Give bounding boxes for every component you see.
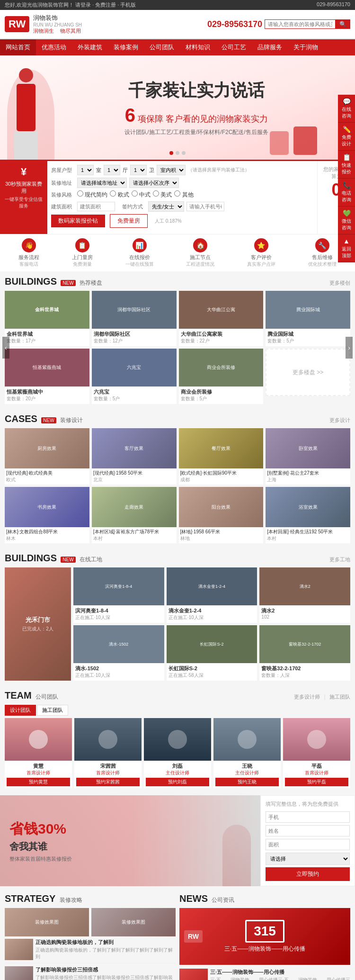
- case-card-1[interactable]: 客厅效果 [现代经典]·1958 50平米 北京: [92, 428, 177, 485]
- buildings-prev-arrow[interactable]: ‹: [2, 337, 9, 359]
- team-book-btn-4[interactable]: 预约平磊: [285, 778, 348, 786]
- nav-brand[interactable]: 品牌服务: [252, 39, 288, 55]
- sidebar-btn-online[interactable]: 💬 在线咨询: [338, 95, 355, 123]
- building2-card-5[interactable]: 长虹国际S-2 长虹国际S-2 正在施工·58人深: [167, 625, 257, 681]
- team-book-btn-1[interactable]: 预约宋茜茜: [76, 778, 140, 786]
- calc-room-select[interactable]: 123: [77, 165, 94, 175]
- team-book-btn-0[interactable]: 预约黄慧: [7, 778, 70, 786]
- nav-about[interactable]: 关于润物: [288, 39, 324, 55]
- service-icon-3: 🏠: [193, 238, 207, 252]
- news-item-0[interactable]: 三·五——润物装饰——用心传播 三·五——润物装饰——用心传播三·五——润物装饰…: [179, 969, 350, 980]
- building-img-0: 金科世界城: [5, 291, 89, 329]
- highlight-phone-input[interactable]: [266, 811, 350, 823]
- building2-info-4: 滴水-1502 正在施工·10人深: [73, 663, 164, 681]
- style-radio-other[interactable]: [174, 190, 180, 197]
- cases-more[interactable]: 更多设计: [329, 417, 350, 424]
- strategy-img-0[interactable]: 装修效果图: [5, 908, 89, 936]
- style-radio-american[interactable]: [153, 190, 159, 197]
- building2-card-2[interactable]: 滴水金奎1-2-4 滴水金奎1-2-4 正在施工·10人深: [167, 567, 257, 623]
- building-card-more[interactable]: 更多楼盘 >>: [266, 349, 350, 396]
- service-item-5[interactable]: 🔧 售后维修 优化技术整理: [308, 238, 337, 268]
- buildings-more[interactable]: 更多楼创: [329, 279, 350, 287]
- case-card-2[interactable]: 餐厅效果 [欧式经典]·长虹国际90平米 成都: [179, 428, 264, 485]
- team-more-designers[interactable]: 更多设计师: [294, 694, 320, 700]
- style-american: 美式: [153, 190, 172, 199]
- highlight-name-input[interactable]: [266, 825, 350, 836]
- building-card-0[interactable]: 金科世界城 金科世界城 套数量：17户: [5, 291, 89, 346]
- team-tab-design[interactable]: 设计团队: [5, 705, 36, 716]
- nav-activity[interactable]: 优惠活动: [36, 39, 72, 55]
- team-more-workers[interactable]: 施工团队: [329, 694, 350, 700]
- team-book-btn-3[interactable]: 预约王晓: [215, 778, 279, 786]
- building-info-1: 润都华国际社区 套数量：12户: [92, 329, 177, 346]
- highlight-submit-button[interactable]: 立即预约: [266, 867, 350, 881]
- calc-district-select[interactable]: 请选择小区次序: [129, 178, 179, 188]
- building2-featured[interactable]: 光禾门市 已完成人：2人: [5, 567, 71, 681]
- building2-card-1[interactable]: 滨河奥奎1-8-4 滨河奥奎1-8-4 正在施工·10人深: [73, 567, 164, 623]
- building2-card-3[interactable]: 滴水2 滴水2 102: [259, 567, 350, 623]
- highlight-region-select[interactable]: 请选择: [266, 853, 350, 865]
- service-item-2[interactable]: 📊 在线报价 一键在线预算: [125, 238, 154, 268]
- strategy-item-1[interactable]: 了解影响装修报价三招倍感 了解影响装修报价三招倍感了解影响装修报价三招倍感了解影…: [5, 966, 176, 980]
- style-radio-europe[interactable]: [110, 190, 116, 197]
- calc-phone-input[interactable]: [186, 202, 224, 211]
- case-card-4[interactable]: 书房效果 [林木]·文教四组合88平米 林木: [5, 487, 89, 543]
- building2-card-6[interactable]: 窗映基32-2-1702 窗映基32-2-1702 套数量：人深: [259, 625, 350, 681]
- building-card-3[interactable]: 腾业国际城 腾业国际城 套数量：5户: [266, 291, 350, 346]
- building-card-2[interactable]: 大华曲江公寓 大华曲江公寓家装 套数量：22户: [179, 291, 264, 346]
- building-card-5[interactable]: 六兆宝 六兆宝 套数量：5户: [92, 349, 177, 404]
- highlight-area-input[interactable]: [266, 839, 350, 850]
- news-featured-img[interactable]: 315 三·五——润物装饰——用心传播 RW: [179, 908, 350, 965]
- building2-img-6: 窗映基32-2-1702: [259, 625, 350, 663]
- buildings2-more[interactable]: 更多工地: [329, 556, 350, 563]
- sidebar-btn-wechat[interactable]: 💚 微信咨询: [338, 207, 355, 234]
- calc-price-button[interactable]: 数码家装报价钻: [51, 215, 105, 227]
- banner-dot-2[interactable]: [176, 151, 179, 155]
- nav-materials[interactable]: 材料知识: [180, 39, 216, 55]
- calc-bath-select[interactable]: 12: [130, 165, 147, 175]
- calc-indoor-select[interactable]: 室内积: [157, 165, 186, 175]
- case-card-5[interactable]: 走廊效果 [本村区域]·富裕东方广场78平米 本村: [92, 487, 177, 543]
- calc-area-input[interactable]: [77, 202, 115, 211]
- strategy-item-0[interactable]: 正确选购陶瓷装修地板的，了解到 正确选购陶瓷装修地板的，了解到了解到了解到了解到…: [5, 939, 176, 963]
- service-item-3[interactable]: 🏠 施工节点 工程进度情况: [186, 238, 214, 268]
- style-radio-chinese[interactable]: [132, 190, 138, 197]
- service-item-1[interactable]: 📋 上门量房 免费测量: [72, 238, 93, 268]
- building-card-6[interactable]: 商业会所装修 商业会所装修 套数量：5户: [179, 349, 264, 404]
- style-radio-modern[interactable]: [77, 190, 83, 197]
- case-card-6[interactable]: 阳台效果 [林地]·1958 66平米 林地: [179, 487, 264, 543]
- calc-city-select[interactable]: 请选择城市地址: [77, 178, 127, 188]
- building-card-4[interactable]: 恒基紫薇燕城 恒基紫薇燕城中 套数量：20户: [5, 349, 89, 404]
- buildings-next-arrow[interactable]: ›: [346, 337, 353, 359]
- sidebar-btn-phone[interactable]: 📞 电话咨询: [338, 179, 355, 207]
- team-member-title-0: 首席设计师: [7, 770, 70, 776]
- calc-hall-select[interactable]: 12: [104, 165, 120, 175]
- nav-exterior[interactable]: 外装建筑: [72, 39, 108, 55]
- strategy-img-1[interactable]: 装修效果图: [91, 908, 176, 936]
- nav-home[interactable]: 网站首页: [0, 39, 36, 55]
- banner-dot-1[interactable]: [169, 151, 173, 155]
- nav-craft[interactable]: 公司工艺: [216, 39, 252, 55]
- nav-cases[interactable]: 装修案例: [108, 39, 144, 55]
- team-book-btn-2[interactable]: 预约刘磊: [146, 778, 209, 786]
- nav-team[interactable]: 公司团队: [144, 39, 180, 55]
- banner-dot-3[interactable]: [182, 151, 186, 155]
- sidebar-btn-design[interactable]: ✏️ 免费设计: [338, 123, 355, 151]
- search-input[interactable]: [265, 19, 336, 29]
- search-box[interactable]: 🔍: [265, 19, 350, 29]
- calc-measure-button[interactable]: 免费量房: [110, 214, 148, 228]
- sidebar-btn-top[interactable]: ▲ 返回顶部: [338, 234, 355, 262]
- team-tab-construction[interactable]: 施工团队: [37, 705, 68, 716]
- calc-contact-select[interactable]: 先生/女士先生女士: [148, 201, 184, 212]
- building2-detail-1: 正在施工·10人深: [75, 614, 162, 621]
- case-card-3[interactable]: 卧室效果 [别墅案例]·花公主27套米 上海: [266, 428, 350, 485]
- service-item-4[interactable]: ⭐ 客户评价 真实客户点评: [247, 238, 275, 268]
- building2-card-4[interactable]: 滴水-1502 滴水-1502 正在施工·10人深: [73, 625, 164, 681]
- strategy-title-cn: 装修攻略: [60, 897, 82, 903]
- service-item-0[interactable]: 👋 服务流程 客服电话: [18, 238, 39, 268]
- search-button[interactable]: 🔍: [336, 19, 350, 29]
- sidebar-btn-quote[interactable]: 📋 快速报价: [338, 151, 355, 179]
- case-card-0[interactable]: 厨房效果 [现代经典]·欧式经典美 欧式: [5, 428, 89, 485]
- building-card-1[interactable]: 润都华国际社区 润都华国际社区 套数量：12户: [92, 291, 177, 346]
- case-card-7[interactable]: 浴室效果 [本村回屋]·经典生活192 50平米 本村: [266, 487, 350, 543]
